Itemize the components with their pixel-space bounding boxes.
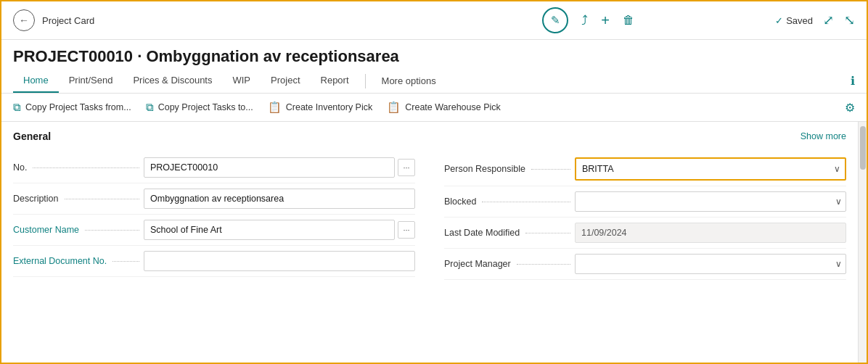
show-more-link[interactable]: Show more [801, 131, 846, 141]
scrollbar[interactable] [858, 122, 867, 363]
scrollbar-thumb[interactable] [860, 126, 866, 170]
action-bar-right: ⚙ [845, 101, 855, 115]
label-description: Description [13, 194, 144, 204]
project-manager-select[interactable] [575, 254, 846, 274]
tab-more-options[interactable]: More options [372, 70, 446, 92]
field-person-responsible-input: ∨ [575, 157, 846, 181]
action-bar: ⧉ Copy Project Tasks from... ⧉ Copy Proj… [1, 94, 867, 122]
copy-tasks-from-label: Copy Project Tasks from... [25, 102, 131, 112]
info-icon[interactable]: ℹ [851, 74, 855, 88]
tab-prices-discounts[interactable]: Prices & Discounts [123, 69, 222, 93]
collapse-icon: ⤡ [844, 12, 855, 28]
expand-icon: ⤢ [823, 12, 834, 28]
edit-button[interactable]: ✎ [542, 7, 568, 33]
section-title: General [13, 131, 51, 142]
copy-to-icon: ⧉ [146, 101, 154, 114]
settings-button[interactable]: ⚙ [845, 101, 855, 115]
share-button[interactable]: ⤴ [581, 13, 588, 28]
label-last-date-modified: Last Date Modified [444, 228, 575, 238]
external-doc-no-input[interactable] [144, 251, 415, 271]
tab-print-send[interactable]: Print/Send [59, 69, 123, 93]
label-customer-name: Customer Name [13, 225, 144, 235]
add-button[interactable]: + [601, 12, 610, 29]
customer-name-ellipsis-button[interactable]: ··· [398, 221, 415, 239]
page-title-top: Project Card [42, 15, 401, 26]
collapse-button[interactable]: ⤡ [844, 12, 855, 28]
create-inventory-pick-label: Create Inventory Pick [286, 102, 373, 112]
blocked-select[interactable]: Yes No [575, 191, 846, 212]
field-project-manager: Project Manager ∨ [444, 249, 846, 280]
nav-divider [365, 74, 366, 88]
back-icon: ← [19, 15, 29, 26]
add-icon: + [601, 12, 610, 29]
inventory-pick-icon: 📋 [268, 101, 282, 114]
field-external-doc-no-input [144, 251, 415, 271]
tab-home[interactable]: Home [13, 69, 59, 93]
copy-from-icon: ⧉ [13, 101, 21, 114]
person-responsible-chevron-icon: ∨ [830, 164, 845, 174]
field-blocked-select: Yes No ∨ [575, 191, 846, 212]
edit-icon: ✎ [551, 14, 560, 27]
field-description-input [144, 189, 415, 209]
left-column: No. ··· Description [13, 152, 415, 280]
field-customer-name: Customer Name ··· [13, 215, 415, 246]
delete-icon: 🗑 [623, 14, 634, 27]
person-responsible-input[interactable] [576, 159, 830, 179]
create-warehouse-pick-button[interactable]: 📋 Create Warehouse Pick [387, 98, 501, 117]
label-no: No. [13, 162, 144, 173]
warehouse-pick-icon: 📋 [387, 101, 401, 114]
no-input[interactable] [144, 157, 395, 178]
label-external-doc-no: External Document No. [13, 256, 144, 266]
section-header: General Show more [13, 131, 846, 142]
tab-report[interactable]: Report [311, 69, 359, 93]
tab-wip[interactable]: WIP [222, 69, 261, 93]
main-content: General Show more No. ··· [1, 122, 858, 363]
label-project-manager: Project Manager [444, 259, 575, 269]
right-actions: ✓ Saved ⤢ ⤡ [775, 12, 855, 28]
page-heading: PROJECT00010 · Ombyggnation av reception… [1, 40, 867, 69]
field-person-responsible: Person Responsible ∨ [444, 152, 846, 186]
label-person-responsible: Person Responsible [444, 164, 575, 174]
saved-status: ✓ Saved [775, 15, 813, 26]
tab-project[interactable]: Project [261, 69, 310, 93]
person-responsible-container: ∨ [575, 157, 846, 181]
main-container: ← Project Card ✎ ⤴ + 🗑 ✓ Saved ⤢ [1, 1, 867, 363]
field-no-input: ··· [144, 157, 415, 178]
field-no: No. ··· [13, 152, 415, 183]
project-manager-select-wrapper: ∨ [575, 254, 846, 274]
nav-tabs: Home Print/Send Prices & Discounts WIP P… [1, 69, 867, 94]
blocked-select-wrapper: Yes No ∨ [575, 191, 846, 212]
no-ellipsis-button[interactable]: ··· [398, 159, 415, 176]
top-actions: ✎ ⤴ + 🗑 [409, 7, 768, 33]
share-icon: ⤴ [581, 13, 588, 28]
copy-tasks-to-label: Copy Project Tasks to... [158, 102, 253, 112]
expand-button[interactable]: ⤢ [823, 12, 834, 28]
field-customer-name-input: ··· [144, 220, 415, 240]
field-last-date-modified: Last Date Modified [444, 218, 846, 249]
page-title: PROJECT00010 · Ombyggnation av reception… [13, 47, 855, 66]
copy-tasks-to-button[interactable]: ⧉ Copy Project Tasks to... [146, 98, 253, 117]
back-button[interactable]: ← [13, 9, 35, 31]
right-column: Person Responsible ∨ B [444, 152, 846, 280]
create-inventory-pick-button[interactable]: 📋 Create Inventory Pick [268, 98, 373, 117]
copy-tasks-from-button[interactable]: ⧉ Copy Project Tasks from... [13, 98, 131, 117]
field-blocked: Blocked Yes No ∨ [444, 186, 846, 218]
field-description: Description [13, 183, 415, 215]
settings-icon: ⚙ [845, 101, 855, 115]
form-grid: No. ··· Description [13, 152, 846, 280]
label-blocked: Blocked [444, 197, 575, 207]
field-project-manager-select: ∨ [575, 254, 846, 274]
saved-label: Saved [786, 15, 813, 26]
last-date-modified-input [575, 223, 846, 243]
top-bar: ← Project Card ✎ ⤴ + 🗑 ✓ Saved ⤢ [1, 1, 867, 40]
checkmark-icon: ✓ [775, 15, 783, 26]
field-external-doc-no: External Document No. [13, 246, 415, 277]
create-warehouse-pick-label: Create Warehouse Pick [405, 102, 501, 112]
description-input[interactable] [144, 189, 415, 209]
field-last-date-modified-value [575, 223, 846, 243]
delete-button[interactable]: 🗑 [623, 14, 634, 27]
content-area: General Show more No. ··· [1, 122, 867, 363]
customer-name-input[interactable] [144, 220, 395, 240]
